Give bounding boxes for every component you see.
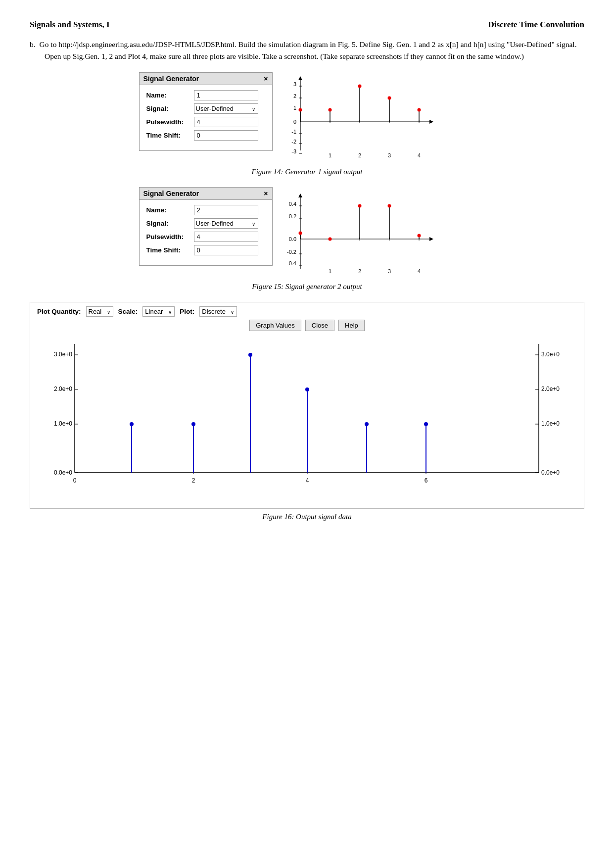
problem-label: b. — [30, 40, 36, 48]
siggen2-name-row: Name: — [146, 205, 266, 215]
svg-point-30 — [358, 85, 361, 88]
svg-text:0.0: 0.0 — [288, 236, 296, 242]
svg-text:2: 2 — [293, 93, 296, 99]
svg-point-63 — [387, 204, 391, 208]
siggen2-signal-row: Signal: User-Defined — [146, 218, 266, 229]
close-button[interactable]: Close — [305, 320, 334, 331]
plot-type-select[interactable]: Discrete — [199, 306, 237, 317]
svg-text:4: 4 — [417, 268, 420, 274]
problem-body: Go to http://jdsp.engineering.asu.edu/JD… — [40, 40, 577, 60]
svg-text:3: 3 — [387, 152, 390, 158]
plot-quantity-select-wrap: Real — [86, 306, 113, 317]
siggen2-shift-row: Time Shift: — [146, 245, 266, 255]
siggen1-title: Signal Generator — [143, 75, 199, 83]
svg-point-28 — [328, 108, 331, 112]
siggen1-shift-label: Time Shift: — [146, 132, 191, 139]
svg-text:2.0e+0: 2.0e+0 — [54, 386, 72, 392]
siggen1-name-input[interactable] — [194, 90, 258, 100]
svg-point-102 — [365, 422, 369, 426]
siggen2-pulse-label: Pulsewidth: — [146, 233, 191, 241]
siggen1-pulse-row: Pulsewidth: — [146, 117, 266, 127]
graph-values-button[interactable]: Graph Values — [249, 320, 301, 331]
siggen1-name-label: Name: — [146, 92, 191, 99]
svg-text:3: 3 — [293, 81, 296, 87]
svg-text:3: 3 — [387, 268, 390, 274]
svg-text:1: 1 — [293, 105, 296, 111]
svg-marker-2 — [298, 76, 302, 80]
siggen2-name-input[interactable] — [194, 205, 258, 215]
siggen2-signal-select[interactable]: User-Defined — [194, 218, 258, 229]
svg-text:-1: -1 — [291, 129, 296, 135]
figure-14-container: Signal Generator × Name: Signal: User-De… — [139, 72, 475, 164]
plot4-controls: Plot Quantity: Real Scale: Linear Plot: … — [30, 302, 584, 319]
svg-point-61 — [358, 204, 361, 208]
siggen2-title: Signal Generator — [143, 190, 199, 197]
siggen2-pulse-row: Pulsewidth: — [146, 232, 266, 242]
siggen1-signal-select[interactable]: User-Defined — [194, 103, 258, 114]
svg-text:-0.2: -0.2 — [287, 249, 296, 255]
svg-text:6: 6 — [425, 477, 428, 484]
problem-text: b. Go to http://jdsp.engineering.asu.edu… — [30, 39, 584, 62]
svg-point-104 — [424, 422, 428, 426]
header-right: Discrete Time Convolution — [488, 20, 584, 30]
figure-16-caption: Figure 16: Output signal data — [30, 513, 584, 521]
svg-marker-37 — [298, 193, 302, 197]
figure-14-caption: Figure 14: Generator 1 signal output — [30, 168, 584, 176]
siggen1-close[interactable]: × — [264, 75, 268, 83]
svg-point-94 — [130, 422, 134, 426]
chart2-svg: 0.4 0.2 0.0 -0.2 -0.4 1 2 3 4 — [282, 187, 435, 279]
help-button[interactable]: Help — [338, 320, 365, 331]
svg-text:-3: -3 — [291, 148, 296, 154]
signal-generator-2: Signal Generator × Name: Signal: User-De… — [139, 187, 273, 266]
scale-select-wrap: Linear — [142, 306, 175, 317]
siggen2-pulse-input[interactable] — [194, 232, 258, 242]
siggen1-name-row: Name: — [146, 90, 266, 100]
svg-text:0.4: 0.4 — [288, 201, 296, 207]
siggen1-shift-row: Time Shift: — [146, 130, 266, 141]
chart1-svg: 3 2 1 0 -1 -2 -3 1 2 3 4 — [282, 72, 435, 164]
svg-text:1: 1 — [328, 268, 331, 274]
plot-quantity-select[interactable]: Real — [86, 306, 113, 317]
siggen1-signal-label: Signal: — [146, 105, 191, 112]
svg-point-65 — [417, 234, 421, 238]
scale-label: Scale: — [118, 308, 138, 315]
svg-point-96 — [191, 422, 195, 426]
svg-text:4: 4 — [417, 152, 420, 158]
svg-text:1.0e+0: 1.0e+0 — [54, 420, 72, 427]
figure-15-caption: Figure 15: Signal generator 2 output — [30, 283, 584, 291]
svg-text:2: 2 — [358, 268, 361, 274]
svg-text:2: 2 — [358, 152, 361, 158]
siggen2-close[interactable]: × — [264, 190, 268, 197]
svg-text:4: 4 — [306, 477, 309, 484]
scale-select[interactable]: Linear — [142, 306, 175, 317]
figure-15-container: Signal Generator × Name: Signal: User-De… — [139, 187, 475, 279]
siggen2-shift-label: Time Shift: — [146, 246, 191, 254]
svg-text:0.0e+0: 0.0e+0 — [54, 469, 72, 476]
svg-text:2.0e+0: 2.0e+0 — [541, 386, 560, 392]
svg-point-59 — [328, 238, 331, 241]
svg-text:3.0e+0: 3.0e+0 — [54, 351, 72, 358]
siggen2-titlebar: Signal Generator × — [140, 188, 272, 200]
svg-text:-0.4: -0.4 — [287, 260, 296, 266]
siggen2-signal-label: Signal: — [146, 220, 191, 227]
svg-point-34 — [417, 108, 421, 112]
svg-point-98 — [248, 353, 252, 357]
siggen1-signal-select-wrap: User-Defined — [194, 103, 258, 114]
siggen2-shift-input[interactable] — [194, 245, 258, 255]
siggen2-body: Name: Signal: User-Defined Pulsewidth: T… — [140, 200, 272, 265]
plot4-widget: Plot Quantity: Real Scale: Linear Plot: … — [30, 302, 584, 509]
siggen1-shift-input[interactable] — [194, 130, 258, 141]
header-left: Signals and Systems, I — [30, 20, 110, 30]
svg-text:2: 2 — [192, 477, 195, 484]
svg-text:-2: -2 — [291, 139, 296, 145]
svg-text:1.0e+0: 1.0e+0 — [541, 420, 560, 427]
siggen1-pulse-input[interactable] — [194, 117, 258, 127]
plot-type-select-wrap: Discrete — [199, 306, 237, 317]
siggen1-titlebar: Signal Generator × — [140, 73, 272, 85]
siggen1-signal-row: Signal: User-Defined — [146, 103, 266, 114]
svg-marker-38 — [429, 237, 433, 241]
svg-text:0: 0 — [293, 119, 296, 125]
signal-generator-1: Signal Generator × Name: Signal: User-De… — [139, 72, 273, 151]
svg-point-57 — [298, 232, 302, 235]
plot4-svg: 3.0e+0 2.0e+0 1.0e+0 0.0e+0 3.0e+0 2.0e+… — [30, 334, 583, 502]
